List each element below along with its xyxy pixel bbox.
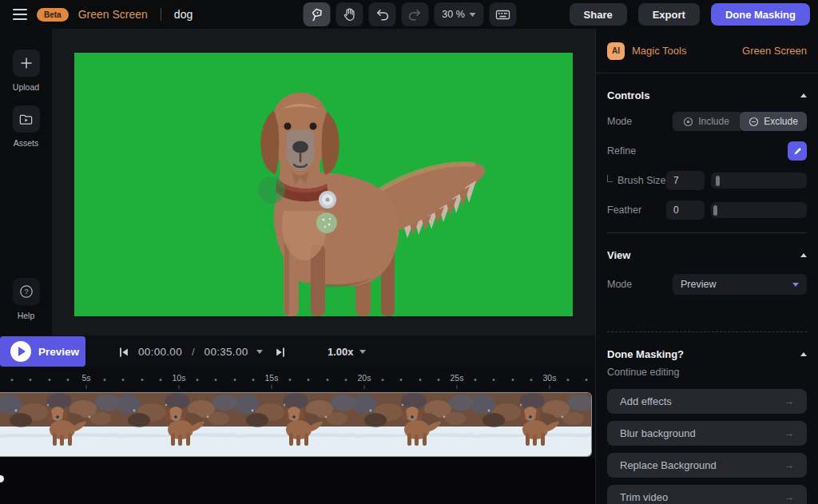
- hand-tool-button[interactable]: [336, 2, 363, 26]
- beta-badge: Beta: [37, 8, 69, 22]
- dog-green-screen-frame: [74, 53, 573, 316]
- menu-icon[interactable]: [13, 9, 27, 20]
- continue-editing-note: Continue editing: [607, 367, 807, 378]
- exclude-mode-button[interactable]: Exclude: [740, 112, 807, 131]
- done-masking-section-header[interactable]: Done Masking?: [607, 348, 807, 360]
- chevron-down-icon: [470, 13, 476, 17]
- redo-button[interactable]: [402, 2, 429, 26]
- slider-handle[interactable]: [713, 205, 717, 216]
- arrow-right-icon: →: [784, 427, 794, 439]
- controls-section-header[interactable]: Controls: [607, 89, 807, 101]
- video-canvas[interactable]: [74, 53, 573, 316]
- feather-input[interactable]: 0: [666, 200, 705, 220]
- done-masking-label: Done Masking: [725, 9, 796, 21]
- plus-icon: [19, 56, 34, 70]
- blur-background-button[interactable]: Blur background →: [607, 421, 807, 446]
- preview-label: Preview: [38, 346, 79, 358]
- slider-handle[interactable]: [716, 176, 720, 186]
- done-masking-section: Done Masking? Continue editing Add effec…: [596, 332, 818, 504]
- arrow-right-icon: →: [784, 491, 794, 503]
- export-button[interactable]: Export: [638, 3, 700, 26]
- panel-header: AI Magic Tools Green Screen: [596, 29, 818, 73]
- assets-folder-icon: [18, 112, 34, 127]
- refine-brush-button[interactable]: [788, 141, 807, 161]
- brush-size-input[interactable]: 7: [666, 171, 705, 190]
- undo-button[interactable]: [369, 2, 396, 26]
- sidebar-item-help[interactable]: ? Help: [0, 278, 52, 320]
- brush-icon: [792, 146, 803, 157]
- zoom-level: 30 %: [442, 9, 465, 20]
- time-options-chevron-icon[interactable]: [256, 350, 263, 354]
- add-effects-label: Add effects: [620, 395, 672, 407]
- circle-dot-icon: [683, 117, 693, 127]
- view-mode-dropdown[interactable]: Preview: [673, 274, 807, 295]
- collapse-chevron-icon: [800, 352, 807, 356]
- mode-label: Mode: [607, 116, 673, 127]
- view-section: View Mode Preview: [596, 233, 818, 332]
- redo-icon: [407, 6, 423, 22]
- timeline-ruler[interactable]: 5s10s15s20s25s30s: [0, 368, 595, 392]
- timeline-section: Preview 00:00.00 / 00:35.00 1.00x: [0, 335, 595, 504]
- shortcuts-button[interactable]: [490, 2, 517, 26]
- upload-label: Upload: [13, 82, 39, 92]
- sidebar-item-upload[interactable]: Upload: [0, 50, 52, 92]
- assets-label: Assets: [14, 138, 39, 148]
- refine-label: Refine: [607, 145, 788, 157]
- add-effects-button[interactable]: Add effects →: [607, 389, 807, 414]
- controls-title: Controls: [607, 89, 649, 101]
- skip-to-start-icon[interactable]: [117, 346, 130, 359]
- feather-label: Feather: [607, 204, 666, 216]
- title-divider: [161, 8, 161, 21]
- transport-controls: 00:00.00 / 00:35.00: [117, 335, 287, 368]
- app-title: Green Screen: [78, 8, 148, 21]
- skip-to-end-icon[interactable]: [274, 346, 287, 359]
- keyboard-icon: [495, 6, 511, 22]
- brush-size-label: Brush Size: [607, 175, 666, 186]
- include-label: Include: [698, 116, 729, 127]
- trim-video-label: Trim video: [620, 491, 668, 503]
- magic-tools-title: Magic Tools: [632, 45, 742, 57]
- time-separator: /: [192, 346, 195, 358]
- share-label: Share: [584, 9, 613, 21]
- chevron-down-icon: [359, 350, 366, 354]
- zoom-level-dropdown[interactable]: 30 %: [435, 2, 484, 26]
- undo-icon: [375, 6, 391, 22]
- green-screen-tool-link[interactable]: Green Screen: [742, 45, 807, 57]
- project-name: dog: [174, 8, 193, 21]
- toolbar: 30 %: [304, 2, 517, 26]
- done-masking-button[interactable]: Done Masking: [711, 3, 810, 26]
- help-icon: ?: [18, 284, 34, 300]
- playback-bar: Preview 00:00.00 / 00:35.00 1.00x: [0, 335, 595, 368]
- replace-background-button[interactable]: Replace Background →: [607, 453, 807, 478]
- svg-text:?: ?: [24, 288, 28, 296]
- hand-icon: [342, 6, 358, 22]
- circle-minus-icon: [749, 117, 759, 127]
- blur-background-label: Blur background: [620, 427, 696, 439]
- preview-button[interactable]: Preview: [0, 336, 85, 367]
- speed-value: 1.00x: [328, 346, 354, 358]
- sidebar-item-assets[interactable]: Assets: [0, 105, 52, 148]
- lasso-icon: [309, 6, 325, 22]
- filmstrip-clip[interactable]: [0, 392, 592, 457]
- exclude-label: Exclude: [764, 116, 798, 127]
- include-mode-button[interactable]: Include: [673, 112, 740, 131]
- trim-video-button[interactable]: Trim video →: [607, 485, 807, 504]
- feather-slider[interactable]: [711, 202, 807, 218]
- collapse-chevron-icon: [800, 253, 807, 257]
- green-screen-app: Beta Green Screen dog: [0, 0, 818, 504]
- right-panel: AI Magic Tools Green Screen Controls Mod…: [595, 29, 818, 504]
- playback-speed-dropdown[interactable]: 1.00x: [328, 335, 366, 368]
- topbar: Beta Green Screen dog: [0, 0, 818, 29]
- play-icon: [10, 341, 31, 362]
- brush-size-slider[interactable]: [711, 173, 807, 189]
- current-time: 00:00.00: [138, 346, 182, 358]
- view-mode-value: Preview: [681, 279, 716, 290]
- view-mode-label: Mode: [607, 279, 673, 290]
- view-section-header[interactable]: View: [607, 249, 807, 261]
- playhead-handle[interactable]: [0, 475, 4, 482]
- lasso-tool-button[interactable]: [304, 2, 331, 26]
- share-button[interactable]: Share: [570, 3, 627, 26]
- arrow-right-icon: →: [784, 395, 794, 407]
- editor-stage: [52, 29, 595, 335]
- ai-badge-icon: AI: [607, 42, 625, 60]
